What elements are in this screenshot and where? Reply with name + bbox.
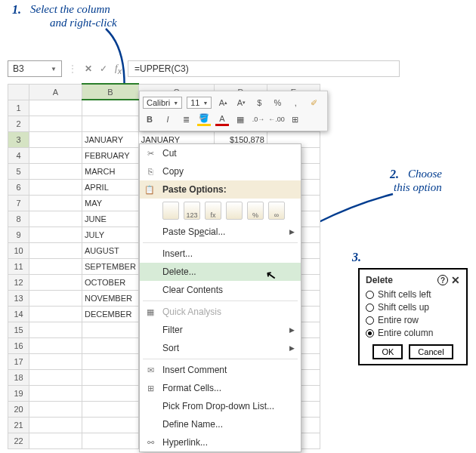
ctx-format-cells[interactable]: ⊞Format Cells... (140, 379, 301, 397)
row-header[interactable]: 4 (8, 147, 29, 163)
ctx-quick-analysis: ▦Quick Analysis (140, 303, 301, 321)
row-header[interactable]: 11 (8, 258, 29, 274)
cancel-formula-icon[interactable]: ✕ (85, 63, 92, 74)
row-header[interactable]: 19 (8, 385, 29, 401)
ok-button[interactable]: OK (372, 344, 403, 359)
row-header[interactable]: 18 (8, 369, 29, 385)
ctx-clear[interactable]: Clear Contents (140, 281, 301, 299)
radio-icon (366, 304, 374, 312)
row-header[interactable]: 10 (8, 242, 29, 258)
close-icon[interactable]: ✕ (451, 274, 460, 286)
delete-dialog: Delete ? ✕ Shift cells left Shift cells … (358, 268, 468, 365)
row-header[interactable]: 6 (8, 179, 29, 195)
decimal-dec-icon[interactable]: .0→ (252, 112, 265, 126)
ctx-label: Hyperlink... (162, 437, 208, 448)
paste-option-icon[interactable] (162, 202, 179, 220)
row-header[interactable]: 3 (8, 131, 29, 147)
italic-icon[interactable]: I (161, 112, 175, 126)
ctx-label: Paste Special... (162, 226, 225, 237)
borders-icon[interactable]: ▦ (233, 112, 247, 126)
radio-shift-left[interactable]: Shift cells left (366, 289, 460, 300)
row-header[interactable]: 13 (8, 290, 29, 306)
row-header[interactable]: 17 (8, 353, 29, 369)
ctx-pick-list[interactable]: Pick From Drop-down List... (140, 397, 301, 415)
ctx-copy[interactable]: ⎘Copy (140, 162, 301, 180)
bold-icon[interactable]: B (143, 112, 156, 126)
cell[interactable]: MAY (82, 195, 139, 211)
currency-icon[interactable]: $ (252, 96, 266, 109)
col-header-a[interactable]: A (29, 84, 82, 100)
ctx-sort[interactable]: Sort▶ (140, 339, 301, 357)
annotation-step1b: and right-click (50, 17, 117, 29)
row-header[interactable]: 1 (8, 100, 29, 116)
name-box-value: B3 (13, 63, 24, 74)
radio-icon (366, 329, 374, 337)
radio-shift-up[interactable]: Shift cells up (366, 302, 460, 313)
row-header[interactable]: 16 (8, 337, 29, 353)
ctx-define-name[interactable]: Define Name... (140, 415, 301, 433)
ctx-paste-special[interactable]: Paste Special...▶ (140, 223, 301, 241)
format-painter-icon[interactable]: ✐ (307, 96, 320, 109)
decrease-font-icon[interactable]: A▾ (234, 96, 248, 109)
cell[interactable]: MARCH (82, 163, 139, 179)
ctx-filter[interactable]: Filter▶ (140, 321, 301, 339)
row-header[interactable]: 20 (8, 401, 29, 417)
cell[interactable]: APRIL (82, 179, 139, 195)
formula-input[interactable]: =UPPER(C3) (128, 60, 400, 77)
row-header[interactable]: 12 (8, 274, 29, 290)
percent-icon[interactable]: % (270, 96, 284, 109)
cell[interactable]: JULY (82, 226, 139, 242)
ctx-insert[interactable]: Insert... (140, 245, 301, 263)
cell-b3[interactable]: JANUARY (82, 131, 139, 147)
cell[interactable]: FEBRUARY (82, 147, 139, 163)
row-header[interactable]: 21 (8, 417, 29, 433)
paste-values-icon[interactable]: 123 (184, 202, 200, 220)
decimal-inc-icon[interactable]: ←.00 (270, 112, 283, 126)
ctx-label: Define Name... (162, 419, 223, 430)
enter-formula-icon[interactable] (100, 63, 107, 74)
radio-entire-column[interactable]: Entire column (366, 328, 460, 338)
align-icon[interactable]: ≣ (179, 112, 193, 126)
name-box-dropdown-icon[interactable]: ▼ (51, 66, 57, 72)
row-header[interactable]: 7 (8, 195, 29, 211)
font-color-icon[interactable]: A (215, 112, 229, 126)
row-header[interactable]: 8 (8, 211, 29, 226)
fx-icon[interactable]: fx (115, 62, 122, 76)
increase-font-icon[interactable]: A▴ (216, 96, 230, 109)
corner-cell[interactable] (8, 84, 29, 100)
font-size-picker[interactable]: 11▼ (187, 97, 212, 109)
row-header[interactable]: 2 (8, 116, 29, 131)
cell[interactable]: JUNE (82, 211, 139, 226)
mini-toolbar: Calibri▼ 11▼ A▴ A▾ $ % , ✐ B I ≣ 🪣 A ▦ .… (139, 91, 328, 131)
col-header-b[interactable]: B (82, 84, 139, 100)
cell[interactable]: OCTOBER (82, 274, 139, 290)
cell[interactable]: NOVEMBER (82, 290, 139, 306)
cell[interactable]: SEPTEMBER (82, 258, 139, 274)
radio-entire-row[interactable]: Entire row (366, 315, 460, 325)
help-icon[interactable]: ? (437, 275, 448, 285)
merge-icon[interactable]: ⊞ (288, 112, 301, 126)
ctx-delete[interactable]: Delete... (140, 263, 301, 281)
paste-transpose-icon[interactable] (226, 202, 243, 220)
ctx-insert-comment[interactable]: ✉Insert Comment (140, 361, 301, 379)
paste-formatting-icon[interactable]: % (247, 202, 264, 220)
ctx-cut[interactable]: ✂Cut (140, 144, 301, 162)
comma-icon[interactable]: , (289, 96, 302, 109)
cancel-button[interactable]: Cancel (409, 344, 453, 359)
row-header[interactable]: 9 (8, 226, 29, 242)
cell[interactable]: AUGUST (82, 242, 139, 258)
annotation-step2a: Choose (408, 168, 442, 180)
row-header[interactable]: 15 (8, 322, 29, 337)
paste-link-icon[interactable]: ∞ (268, 202, 285, 220)
row-header[interactable]: 14 (8, 306, 29, 322)
name-box[interactable]: B3▼ (8, 60, 62, 77)
formula-buttons: ⋮ ✕ fx (68, 62, 122, 76)
row-header[interactable]: 5 (8, 163, 29, 179)
radio-label: Shift cells left (378, 289, 431, 300)
fill-color-icon[interactable]: 🪣 (197, 112, 211, 126)
paste-formulas-icon[interactable]: fx (205, 202, 221, 220)
ctx-hyperlink[interactable]: ⚯Hyperlink... (140, 433, 301, 451)
row-header[interactable]: 22 (8, 433, 29, 448)
font-picker[interactable]: Calibri▼ (143, 97, 182, 109)
cell[interactable]: DECEMBER (82, 306, 139, 322)
